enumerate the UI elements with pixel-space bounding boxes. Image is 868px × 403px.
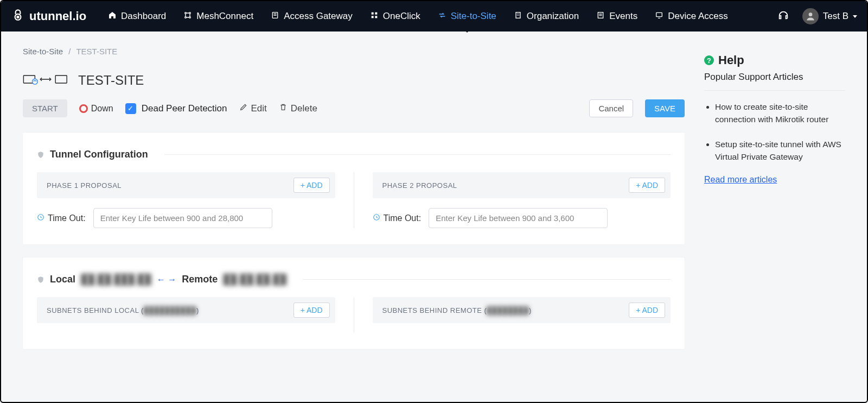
phase1-timeout-label: Time Out: xyxy=(48,213,86,223)
status-indicator: Down xyxy=(79,104,113,114)
phase1-timeout: Time Out: xyxy=(37,208,335,228)
breadcrumb-separator: / xyxy=(68,47,71,56)
checkbox-checked-icon[interactable]: ✓ xyxy=(125,103,136,114)
help-heading: ? Help xyxy=(704,53,845,67)
endpoints-card: Local ██.██.███.██ ← → Remote ██.██.██.█… xyxy=(23,257,685,349)
remote-label: Remote xyxy=(182,274,218,285)
delete-action[interactable]: Delete xyxy=(279,103,317,114)
nav-oneclick[interactable]: OneClick xyxy=(370,11,420,22)
action-row: START Down ✓ Dead Peer Detection Edit De… xyxy=(23,99,685,117)
divider xyxy=(303,279,671,280)
clock-icon xyxy=(373,213,380,223)
svg-point-16 xyxy=(33,79,38,84)
nav-right: Test B xyxy=(777,8,857,24)
topnav: utunnel.io Dashboard MeshConnect Access … xyxy=(1,1,867,32)
local-ip: ██.██.███.██ xyxy=(81,274,151,285)
tunnel-config-card: Tunnel Configuration PHASE 1 PROPOSAL + … xyxy=(23,133,685,244)
title-row: TEST-SITE xyxy=(23,71,685,90)
status-down-icon xyxy=(79,104,88,113)
svg-rect-10 xyxy=(375,16,377,18)
svg-rect-9 xyxy=(371,16,373,18)
subnets-local-label: SUBNETS BEHIND LOCAL (██████████) xyxy=(47,306,199,314)
svg-point-5 xyxy=(189,16,191,18)
dpd-toggle[interactable]: ✓ Dead Peer Detection xyxy=(125,103,227,114)
nav-items: Dashboard MeshConnect Access Gateway One… xyxy=(108,11,772,22)
nav-events[interactable]: Events xyxy=(596,11,637,22)
read-more-link[interactable]: Read more articles xyxy=(704,175,777,184)
svg-rect-13 xyxy=(656,12,662,16)
breadcrumb: Site-to-Site / TEST-SITE xyxy=(23,47,685,56)
edit-label: Edit xyxy=(251,103,267,114)
brand-text: utunnel.io xyxy=(29,9,86,23)
tunnel-columns: PHASE 1 PROPOSAL + ADD Time Out: PHASE 2… xyxy=(37,172,671,228)
brand[interactable]: utunnel.io xyxy=(11,8,86,25)
user-menu[interactable]: Test B xyxy=(802,8,857,24)
pencil-icon xyxy=(239,103,248,114)
divider xyxy=(164,154,671,155)
edit-action[interactable]: Edit xyxy=(239,103,267,114)
avatar-icon xyxy=(802,8,819,24)
dpd-label: Dead Peer Detection xyxy=(142,103,227,114)
svg-point-3 xyxy=(189,12,191,14)
mesh-icon xyxy=(183,11,192,22)
phase1-header: PHASE 1 PROPOSAL + ADD xyxy=(37,172,335,198)
nav-access-gateway[interactable]: Access Gateway xyxy=(271,11,353,22)
nav-label: Dashboard xyxy=(121,11,166,22)
subnets-local-add-button[interactable]: + ADD xyxy=(293,303,330,318)
phase1-column: PHASE 1 PROPOSAL + ADD Time Out: xyxy=(37,172,335,228)
phase2-add-button[interactable]: + ADD xyxy=(629,178,665,193)
headset-icon[interactable] xyxy=(777,9,789,23)
svg-rect-11 xyxy=(516,12,520,18)
subnet-columns: SUBNETS BEHIND LOCAL (██████████) + ADD … xyxy=(37,297,671,333)
help-article-link[interactable]: How to create site-to-site connection wi… xyxy=(715,100,845,126)
phase2-timeout-label: Time Out: xyxy=(384,213,422,223)
subnets-remote-header: SUBNETS BEHIND REMOTE (████████) + ADD xyxy=(373,297,671,323)
svg-point-1 xyxy=(17,16,18,18)
cancel-button[interactable]: Cancel xyxy=(589,99,633,117)
nav-meshconnect[interactable]: MeshConnect xyxy=(183,11,253,22)
help-article-link[interactable]: Setup site-to-site tunnel with AWS Virtu… xyxy=(715,138,845,163)
remote-ip: ██.██.██.██ xyxy=(223,274,286,285)
svg-rect-7 xyxy=(371,12,373,14)
nav-label: Organization xyxy=(527,11,579,22)
phase2-column: PHASE 2 PROPOSAL + ADD Time Out: xyxy=(354,172,671,228)
nav-site-to-site[interactable]: Site-to-Site xyxy=(438,11,496,22)
brand-lock-icon xyxy=(11,8,25,25)
home-icon xyxy=(108,11,117,22)
grid-icon xyxy=(370,11,379,22)
help-articles: How to create site-to-site connection wi… xyxy=(704,100,845,163)
bidirectional-arrow-icon: ← → xyxy=(157,275,176,285)
subnets-remote-label: SUBNETS BEHIND REMOTE (████████) xyxy=(382,306,532,314)
phase2-label: PHASE 2 PROPOSAL xyxy=(382,181,457,190)
nav-label: OneClick xyxy=(383,11,420,22)
local-label: Local xyxy=(50,274,75,285)
main-column: Site-to-Site / TEST-SITE TEST-SITE xyxy=(23,47,685,402)
help-subtitle: Popular Support Articles xyxy=(704,72,845,83)
phase1-timeout-input[interactable] xyxy=(93,208,272,228)
endpoints-title: Local ██.██.███.██ ← → Remote ██.██.██.█… xyxy=(50,274,286,285)
help-title: Help xyxy=(718,53,744,67)
user-name: Test B xyxy=(823,11,848,22)
breadcrumb-root[interactable]: Site-to-Site xyxy=(23,47,63,56)
phase1-label: PHASE 1 PROPOSAL xyxy=(47,181,122,190)
svg-point-14 xyxy=(808,12,812,16)
nav-label: MeshConnect xyxy=(196,11,253,22)
phase2-timeout-input[interactable] xyxy=(429,208,608,228)
start-button[interactable]: START xyxy=(23,99,67,117)
nav-label: Access Gateway xyxy=(284,11,353,22)
divider xyxy=(704,90,845,91)
save-button[interactable]: SAVE xyxy=(645,99,685,117)
delete-label: Delete xyxy=(291,103,317,114)
subnets-remote-add-button[interactable]: + ADD xyxy=(629,303,665,318)
site-to-site-glyph-icon xyxy=(23,71,68,90)
building-icon xyxy=(514,11,522,22)
nav-device-access[interactable]: Device Access xyxy=(655,11,728,22)
nav-dashboard[interactable]: Dashboard xyxy=(108,11,166,22)
svg-rect-8 xyxy=(375,12,377,14)
subnets-local-column: SUBNETS BEHIND LOCAL (██████████) + ADD xyxy=(37,297,335,333)
nav-organization[interactable]: Organization xyxy=(514,11,579,22)
shield-icon xyxy=(37,150,44,159)
phase1-add-button[interactable]: + ADD xyxy=(293,178,330,193)
page-title: TEST-SITE xyxy=(78,73,144,88)
server-icon xyxy=(271,11,279,22)
